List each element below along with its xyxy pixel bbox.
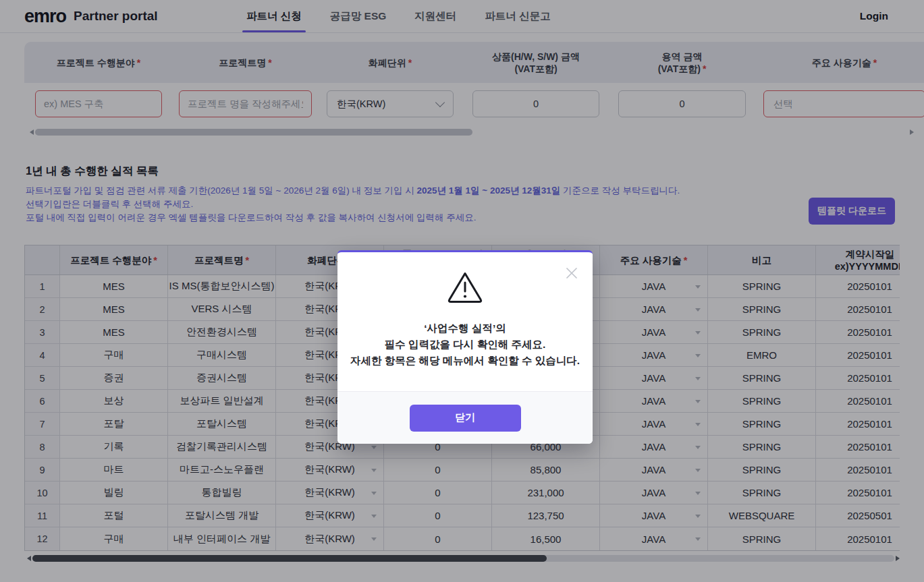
dialog-close-button[interactable]: 닫기 (410, 405, 521, 432)
warning-message-line1: ‘사업수행 실적’의 (337, 320, 593, 337)
warning-dialog: ‘사업수행 실적’의 필수 입력값을 다시 확인해 주세요. 자세한 항목은 해… (337, 250, 593, 444)
close-icon[interactable] (564, 266, 579, 281)
warning-message: ‘사업수행 실적’의 필수 입력값을 다시 확인해 주세요. 자세한 항목은 해… (337, 320, 593, 369)
dialog-footer: 닫기 (337, 391, 593, 444)
warning-triangle-icon (446, 270, 484, 304)
warning-message-line2: 필수 입력값을 다시 확인해 주세요. (337, 337, 593, 353)
warning-message-line3: 자세한 항목은 해당 메뉴에서 확인할 수 있습니다. (337, 353, 593, 369)
